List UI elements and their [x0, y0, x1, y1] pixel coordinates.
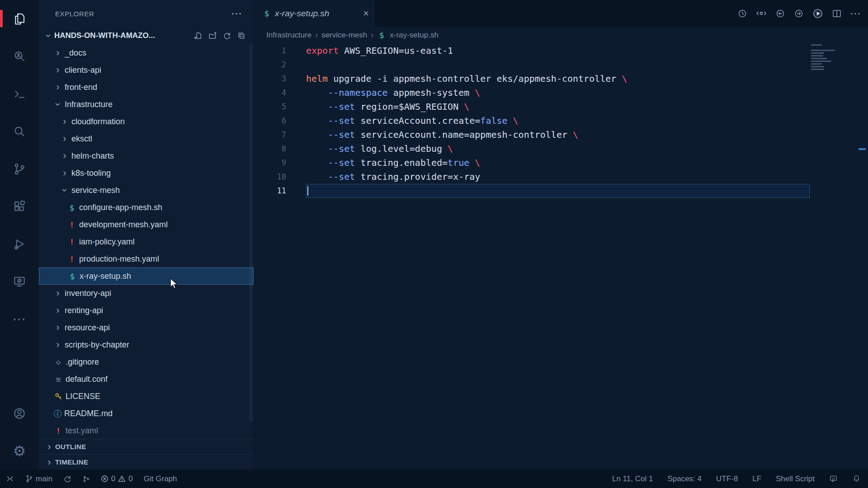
tree-item-service-mesh[interactable]: ›service-mesh: [39, 182, 254, 199]
branch-item[interactable]: main: [25, 474, 52, 483]
activity-more[interactable]: ⋯: [0, 300, 39, 338]
chevron-right-icon: ›: [61, 152, 69, 160]
line-number: 9: [254, 156, 286, 170]
tree-item-iam-policy.yaml[interactable]: !iam-policy.yaml: [39, 233, 254, 250]
activity-explorer[interactable]: [0, 0, 39, 38]
split-editor-icon[interactable]: [831, 8, 842, 19]
tree-item-k8s-tooling[interactable]: ›k8s-tooling: [39, 164, 254, 182]
sidebar-scrollbar[interactable]: [249, 44, 253, 422]
tree-item-.gitignore[interactable]: ◇.gitignore: [39, 353, 254, 371]
tree-item-Infrastructure[interactable]: ›Infrastructure: [39, 96, 254, 113]
section-timeline[interactable]: › TIMELINE: [39, 454, 254, 469]
problems-item[interactable]: 0 0: [101, 474, 133, 483]
notifications-item[interactable]: [852, 474, 861, 483]
code-line-6[interactable]: 6 --set serviceAccount.create=false \: [254, 114, 868, 128]
yaml-file-icon: !: [67, 254, 76, 264]
line-number: 1: [254, 44, 286, 58]
activity-account[interactable]: [0, 394, 39, 432]
tree-item-eksctl[interactable]: ›eksctl: [39, 130, 254, 147]
tree-item-front-end[interactable]: ›front-end: [39, 79, 254, 96]
activity-search[interactable]: [0, 113, 39, 150]
tree-item-clients-api[interactable]: ›clients-api: [39, 61, 254, 79]
code-line-5[interactable]: 5 --set region=$AWS_REGION \: [254, 100, 868, 114]
code-line-11[interactable]: 11: [254, 184, 868, 198]
activity-extensions[interactable]: [0, 188, 39, 225]
section-outline[interactable]: › OUTLINE: [39, 439, 254, 454]
active-indicator: [0, 10, 3, 27]
tree-item-development-mesh.yaml[interactable]: !development-mesh.yaml: [39, 216, 254, 233]
activity-run-debug[interactable]: [0, 225, 39, 263]
tree-item-LICENSE[interactable]: LICENSE: [39, 388, 254, 405]
new-folder-icon[interactable]: [208, 32, 217, 40]
code-line-7[interactable]: 7 --set serviceAccount.name=appmesh-cont…: [254, 128, 868, 142]
source-control-icon: [13, 162, 26, 176]
indentation[interactable]: Spaces: 4: [667, 474, 702, 483]
tree-item-renting-api[interactable]: ›renting-api: [39, 302, 254, 319]
activity-settings[interactable]: ⚙: [0, 432, 39, 469]
tree-item-cloudformation[interactable]: ›cloudformation: [39, 113, 254, 130]
line-number: 4: [254, 86, 286, 100]
chevron-right-icon: ›: [54, 83, 62, 91]
tree-item-helm-charts[interactable]: ›helm-charts: [39, 147, 254, 164]
activity-source-control[interactable]: [0, 150, 39, 188]
project-header[interactable]: › HANDS-ON-WITH-AMAZO...: [39, 27, 254, 44]
minimap[interactable]: [811, 44, 837, 74]
remote-indicator[interactable]: [5, 474, 14, 483]
tree-item-test.yaml[interactable]: !test.yaml: [39, 422, 254, 439]
code-text: helm upgrade -i appmesh-controller eks/a…: [306, 72, 627, 86]
gitignore-file-icon: ◇: [54, 357, 63, 366]
code-line-1[interactable]: 1export AWS_REGION=us-east-1: [254, 44, 868, 58]
git-graph-label[interactable]: Git Graph: [144, 474, 177, 483]
code-line-2[interactable]: 2: [254, 58, 868, 72]
open-changes-icon[interactable]: [755, 8, 767, 19]
line-number: 11: [254, 184, 286, 198]
breadcrumb-service-mesh[interactable]: service-mesh: [321, 31, 367, 40]
tree-item-resource-api[interactable]: ›resource-api: [39, 319, 254, 336]
tree-item-_docs[interactable]: ›_docs: [39, 44, 254, 61]
activity-remote-explorer[interactable]: [0, 263, 39, 300]
language-mode[interactable]: Shell Script: [776, 474, 815, 483]
shell-file-icon: $: [262, 9, 271, 18]
tree-item-default.conf[interactable]: ≡default.conf: [39, 371, 254, 388]
feedback-item[interactable]: [829, 474, 838, 483]
collapse-all-icon[interactable]: [237, 32, 245, 40]
tab-x-ray-setup[interactable]: $ x-ray-setup.sh ×: [254, 0, 376, 27]
new-file-icon[interactable]: [194, 32, 202, 40]
code-line-4[interactable]: 4 --namespace appmesh-system \: [254, 86, 868, 100]
history-icon[interactable]: [737, 8, 748, 19]
explorer-more-actions-icon[interactable]: ⋯: [231, 11, 242, 16]
activity-gitlens-inspect[interactable]: [0, 38, 39, 75]
breadcrumb-infrastructure[interactable]: Infrastructure: [266, 31, 311, 40]
tab-title: x-ray-setup.sh: [275, 9, 329, 19]
sync-icon[interactable]: [63, 475, 71, 483]
run-button-icon[interactable]: [812, 8, 824, 19]
code-line-8[interactable]: 8 --set log.level=debug \: [254, 142, 868, 156]
tree-item-scripts-by-chapter[interactable]: ›scripts-by-chapter: [39, 336, 254, 353]
tree-item-production-mesh.yaml[interactable]: !production-mesh.yaml: [39, 250, 254, 267]
editor-more-actions-icon[interactable]: ⋯: [850, 7, 861, 20]
code-editor[interactable]: 1export AWS_REGION=us-east-123helm upgra…: [254, 43, 868, 469]
tree-item-README.md[interactable]: iREADME.md: [39, 405, 254, 422]
close-tab-icon[interactable]: ×: [363, 8, 369, 19]
cursor-position[interactable]: Ln 11, Col 1: [612, 474, 653, 483]
warning-icon: [118, 475, 126, 483]
refresh-icon[interactable]: [223, 32, 231, 40]
code-line-10[interactable]: 10 --set tracing.provider=x-ray: [254, 170, 868, 184]
prev-change-icon[interactable]: [775, 8, 786, 19]
line-number: 3: [254, 72, 286, 86]
tree-item-label: .gitignore: [66, 357, 99, 367]
tab-bar: $ x-ray-setup.sh ×: [254, 0, 868, 27]
activity-terminal[interactable]: [0, 75, 39, 113]
code-line-9[interactable]: 9 --set tracing.enabled=true \: [254, 156, 868, 170]
eol[interactable]: LF: [752, 474, 761, 483]
tree-item-x-ray-setup.sh[interactable]: $x-ray-setup.sh: [39, 267, 254, 285]
git-graph-status-icon[interactable]: [82, 475, 90, 483]
tree-item-configure-app-mesh.sh[interactable]: $configure-app-mesh.sh: [39, 199, 254, 216]
code-line-3[interactable]: 3helm upgrade -i appmesh-controller eks/…: [254, 72, 868, 86]
extensions-icon: [13, 200, 26, 213]
breadcrumb-file[interactable]: x-ray-setup.sh: [390, 31, 439, 40]
tree-item-inventory-api[interactable]: ›inventory-api: [39, 285, 254, 302]
chevron-right-icon: ›: [54, 66, 62, 74]
encoding[interactable]: UTF-8: [716, 474, 738, 483]
next-change-icon[interactable]: [793, 8, 804, 19]
